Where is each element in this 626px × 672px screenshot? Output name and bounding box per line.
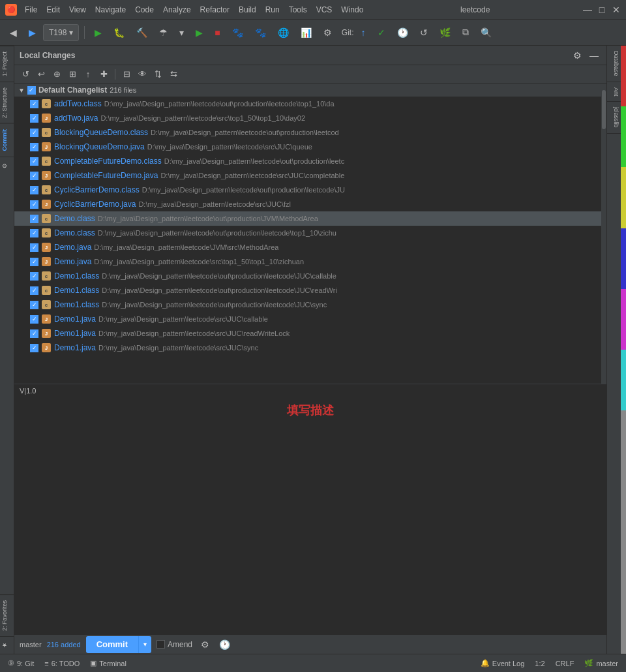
file-checkbox[interactable]	[30, 114, 38, 123]
git-status-item[interactable]: ⑨ 9: Git	[5, 659, 37, 667]
file-item[interactable]: J Demo1.java D:\my_java\Design_pattern\l…	[14, 312, 601, 326]
sidebar-tab-ant[interactable]: Ant	[607, 82, 621, 102]
menu-navigate[interactable]: Navigate	[91, 4, 130, 16]
amend-checkbox[interactable]	[156, 640, 165, 649]
file-item[interactable]: J addTwo.java D:\my_java\Design_pattern\…	[14, 111, 601, 125]
menu-file[interactable]: File	[21, 4, 41, 16]
git-check-button[interactable]: ✓	[373, 24, 390, 41]
paw-button[interactable]: 🐾	[228, 24, 248, 41]
menu-run[interactable]: Run	[261, 4, 284, 16]
position-item[interactable]: 1:2	[532, 660, 547, 667]
menu-vcs[interactable]: VCS	[312, 4, 336, 16]
search-everywhere-button[interactable]: 🔍	[476, 24, 496, 41]
run-with-coverage[interactable]: ☂	[155, 24, 172, 41]
window-controls[interactable]: — □ ✕	[583, 5, 621, 14]
terminal-status-item[interactable]: ▣ Terminal	[87, 659, 129, 667]
sidebar-tab-favorites[interactable]: 2: Favorites	[0, 594, 14, 636]
file-checkbox[interactable]	[30, 243, 38, 252]
menu-window[interactable]: Windo	[337, 4, 367, 16]
git-history-button[interactable]: 🕐	[393, 24, 413, 41]
run-button[interactable]: ▶	[90, 24, 106, 41]
sidebar-tab-star[interactable]: ★	[0, 636, 14, 654]
sidebar-tab-database[interactable]: Database	[607, 46, 621, 82]
git-push-button[interactable]: ↑	[357, 24, 370, 41]
debug-button[interactable]: 🐛	[109, 24, 129, 41]
filter-button[interactable]: ⇆	[166, 67, 181, 82]
menu-bar[interactable]: File Edit View Navigate Code Analyze Ref…	[21, 4, 367, 16]
file-item[interactable]: J Demo1.java D:\my_java\Design_pattern\l…	[14, 326, 601, 341]
build-button[interactable]: 🔨	[132, 24, 152, 41]
diff-button[interactable]: ⊞	[65, 67, 80, 82]
file-item[interactable]: J CyclicBarrierDemo.java D:\my_java\Desi…	[14, 197, 601, 211]
branch-dropdown[interactable]: T198 ▾	[43, 24, 79, 41]
file-checkbox[interactable]	[30, 186, 38, 194]
amend-settings-button[interactable]: ⚙	[198, 637, 212, 652]
file-item[interactable]: c Demo1.class D:\my_java\Design_pattern\…	[14, 283, 601, 298]
sidebar-tab-jclasslib[interactable]: jclasslib	[607, 102, 621, 134]
file-checkbox[interactable]	[30, 258, 38, 266]
sidebar-tab-commit[interactable]: Commit	[0, 123, 14, 157]
rollback-button[interactable]: ↩	[34, 67, 48, 82]
file-checkbox[interactable]	[30, 344, 38, 352]
file-checkbox[interactable]	[30, 329, 38, 338]
todo-status-item[interactable]: ≡ 6: TODO	[42, 660, 82, 667]
file-checkbox[interactable]	[30, 143, 38, 151]
paw2-button[interactable]: 🐾	[250, 24, 271, 41]
file-item[interactable]: J Demo1.java D:\my_java\Design_pattern\l…	[14, 341, 601, 355]
scrollbar-thumb[interactable]	[602, 90, 606, 129]
sidebar-tab-settings[interactable]: ⚙	[0, 157, 14, 174]
move-button[interactable]: ⊕	[50, 67, 64, 82]
menu-edit[interactable]: Edit	[42, 4, 64, 16]
file-item[interactable]: J Demo.java D:\my_java\Design_pattern\le…	[14, 254, 601, 269]
menu-view[interactable]: View	[65, 4, 90, 16]
file-checkbox[interactable]	[30, 172, 38, 180]
minimize-button[interactable]: —	[583, 5, 592, 14]
file-checkbox[interactable]	[30, 157, 38, 166]
file-item[interactable]: c Demo.class D:\my_java\Design_pattern\l…	[14, 226, 601, 240]
back-button[interactable]: ◀	[5, 24, 22, 41]
menu-analyze[interactable]: Analyze	[159, 4, 195, 16]
file-checkbox[interactable]	[30, 286, 38, 295]
maximize-button[interactable]: □	[597, 5, 606, 14]
file-item[interactable]: c CyclicBarrierDemo.class D:\my_java\Des…	[14, 183, 601, 197]
menu-refactor[interactable]: Refactor	[196, 4, 233, 16]
file-item[interactable]: c CompletableFutureDemo.class D:\my_java…	[14, 154, 601, 168]
commit-message-input[interactable]	[14, 423, 606, 634]
sidebar-tab-structure[interactable]: Z: Structure	[0, 82, 14, 123]
file-list-scrollbar[interactable]	[601, 84, 606, 384]
help-button[interactable]: 🌐	[273, 24, 293, 41]
file-item[interactable]: J CompletableFutureDemo.java D:\my_java\…	[14, 168, 601, 183]
forward-button[interactable]: ▶	[24, 24, 40, 41]
git-rollback-button[interactable]: ↺	[415, 24, 432, 41]
close-button[interactable]: ✕	[612, 5, 621, 14]
file-checkbox[interactable]	[30, 200, 38, 209]
file-item[interactable]: c Demo.class D:\my_java\Design_pattern\l…	[14, 211, 601, 226]
file-checkbox[interactable]	[30, 100, 38, 108]
file-checkbox[interactable]	[30, 272, 38, 281]
file-item[interactable]: J Demo.java D:\my_java\Design_pattern\le…	[14, 240, 601, 254]
add-button[interactable]: ✚	[97, 67, 111, 82]
editor-split-button[interactable]: ⧉	[458, 24, 473, 41]
panel-settings-button[interactable]: ⚙	[570, 48, 584, 63]
resume-button[interactable]: ▶	[191, 24, 207, 41]
commit-button[interactable]: Commit	[86, 636, 138, 653]
sort-button[interactable]: ⇅	[151, 67, 165, 82]
menu-build[interactable]: Build	[235, 4, 260, 16]
menu-code[interactable]: Code	[131, 4, 158, 16]
panel-close-button[interactable]: —	[587, 48, 601, 63]
file-checkbox[interactable]	[30, 229, 38, 237]
amend-clock-button[interactable]: 🕐	[217, 637, 231, 652]
file-checkbox[interactable]	[30, 315, 38, 324]
stop-button[interactable]: ■	[210, 24, 224, 41]
file-checkbox[interactable]	[30, 129, 38, 137]
run-dropdown[interactable]: ▾	[175, 24, 188, 41]
file-list[interactable]: ▼ Default Changelist 216 files c addTwo.…	[14, 84, 601, 384]
menu-tools[interactable]: Tools	[285, 4, 311, 16]
branch-status-item[interactable]: 🌿 master	[582, 659, 621, 667]
upload-button[interactable]: ↑	[81, 67, 95, 82]
file-item[interactable]: c addTwo.class D:\my_java\Design_pattern…	[14, 97, 601, 111]
sidebar-tab-project[interactable]: 1: Project	[0, 46, 14, 82]
commit-dropdown-button[interactable]: ▾	[138, 636, 151, 653]
refresh-button[interactable]: ↺	[18, 67, 33, 82]
file-checkbox[interactable]	[30, 301, 38, 309]
